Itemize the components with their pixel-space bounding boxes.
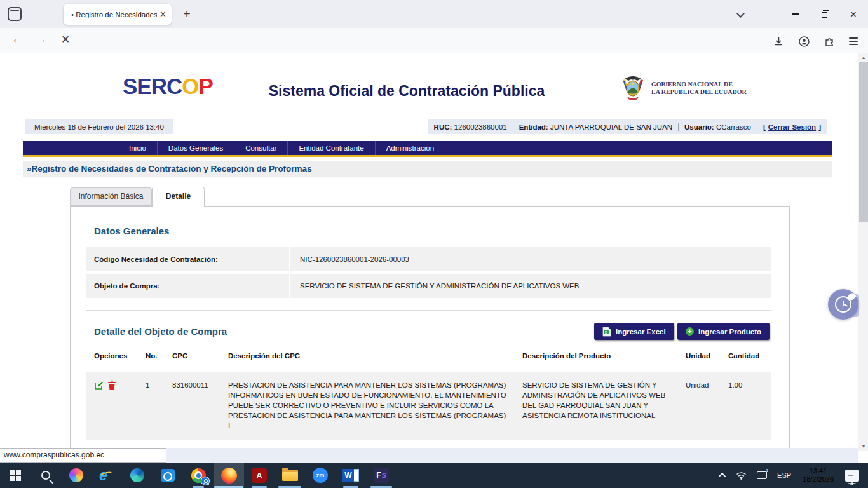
scroll-up-arrow[interactable]: ▴ bbox=[858, 53, 868, 62]
col-unidad: Unidad bbox=[686, 352, 728, 360]
page-scrollbar[interactable]: ▴ ▾ bbox=[858, 53, 868, 451]
fes-app-icon: FS bbox=[374, 468, 389, 483]
screen: • Registro de Necesidades de Co ✕ + × ← … bbox=[0, 0, 868, 488]
word-icon: W bbox=[342, 468, 359, 482]
internet-explorer-app[interactable]: e bbox=[92, 463, 122, 488]
ecuador-coat-of-arms-icon bbox=[620, 74, 646, 103]
detalle-objeto-heading: Detalle del Objeto de Compra bbox=[94, 326, 227, 337]
browser-tab[interactable]: • Registro de Necesidades de Co ✕ bbox=[64, 4, 172, 25]
acrobat-icon: A bbox=[252, 468, 267, 483]
link-preview: www.compraspublicas.gob.ec bbox=[0, 448, 166, 463]
section-divider bbox=[86, 310, 771, 311]
outlook-app[interactable] bbox=[153, 463, 183, 488]
objeto-compra-value: SERVICIO DE SISTEMA DE GESTIÓN Y ADMINIS… bbox=[290, 274, 771, 298]
codigo-necesidad-label: Código Necesidad de Contratación: bbox=[86, 247, 289, 271]
sercop-logo: SERCOP bbox=[123, 74, 213, 99]
col-descripcion-cpc: Descripción del CPC bbox=[228, 352, 522, 360]
logout-link[interactable]: Cerrar Sesión bbox=[768, 123, 816, 131]
session-timer-widget[interactable] bbox=[828, 289, 858, 320]
action-center-button[interactable]: 4 bbox=[840, 463, 868, 488]
chrome-app[interactable] bbox=[183, 463, 214, 488]
col-cantidad: Cantidad bbox=[728, 352, 765, 360]
tab-close-icon[interactable]: ✕ bbox=[159, 10, 166, 19]
nav-item-inicio[interactable]: Inicio bbox=[118, 141, 158, 155]
tab-informacion-basica[interactable]: Información Básica bbox=[70, 187, 152, 206]
new-tab-button[interactable]: + bbox=[178, 5, 196, 23]
ingresar-excel-button[interactable]: Ingresar Excel bbox=[594, 323, 674, 340]
chrome-profile-badge bbox=[201, 477, 210, 485]
zoom-app[interactable]: zm bbox=[305, 463, 336, 488]
gov-line1: GOBIERNO NACIONAL DE bbox=[651, 81, 747, 88]
edge-app[interactable] bbox=[122, 463, 153, 488]
windows-taskbar: e A zm W FS ESP 13:41 18/2/2026 4 bbox=[0, 463, 868, 488]
main-nav: Inicio Datos Generales Consultar Entidad… bbox=[23, 141, 832, 155]
government-logo: GOBIERNO NACIONAL DE LA REPUBLICA DEL EC… bbox=[620, 74, 747, 103]
nav-item-entidad-contratante[interactable]: Entidad Contratante bbox=[288, 141, 375, 155]
datos-generales-heading: Datos Generales bbox=[94, 226, 169, 236]
table-header-row: Opciones No. CPC Descripción del CPC Des… bbox=[94, 352, 765, 360]
gov-line2: LA REPUBLICA DEL ECUADOR bbox=[651, 88, 747, 96]
clock-date: 18/2/2026 bbox=[803, 475, 834, 484]
downloads-icon[interactable] bbox=[770, 34, 787, 48]
excel-file-icon bbox=[602, 327, 611, 337]
status-band: www.compraspublicas.gob.ec bbox=[0, 448, 858, 463]
restore-button[interactable] bbox=[810, 0, 839, 28]
forward-button[interactable]: → bbox=[33, 33, 50, 48]
outlook-icon bbox=[161, 469, 175, 482]
close-button[interactable]: × bbox=[839, 0, 868, 28]
copilot-icon bbox=[69, 468, 83, 482]
notification-badge: 4 bbox=[848, 483, 856, 484]
cell-cantidad: 1.00 bbox=[728, 380, 765, 431]
ingresar-producto-button[interactable]: + Ingresar Producto bbox=[677, 323, 770, 340]
tab-list-chevron-icon[interactable] bbox=[732, 8, 750, 20]
copilot-app[interactable] bbox=[61, 463, 92, 488]
date-banner: Miércoles 18 de Febrero del 2026 13:40 bbox=[25, 119, 173, 134]
firefox-view-icon[interactable] bbox=[8, 7, 22, 21]
system-tray: ESP 13:41 18/2/2026 4 bbox=[715, 463, 868, 488]
firefox-app[interactable] bbox=[214, 463, 244, 488]
scrollbar-thumb[interactable] bbox=[859, 62, 868, 222]
table-row: Código Necesidad de Contratación: NIC-12… bbox=[86, 247, 771, 271]
menu-icon[interactable] bbox=[845, 34, 862, 48]
detail-panel: Datos Generales Código Necesidad de Cont… bbox=[70, 206, 790, 449]
browser-toolbar: ← → ✕ www.compraspublicas.gob.ec/Proceso… bbox=[0, 28, 868, 53]
taskbar-clock[interactable]: 13:41 18/2/2026 bbox=[796, 467, 840, 484]
page-title: »Registro de Necesidades de Contratación… bbox=[23, 161, 832, 177]
nav-item-consultar[interactable]: Consultar bbox=[234, 141, 288, 155]
minimize-button[interactable] bbox=[780, 0, 810, 28]
word-app[interactable]: W bbox=[336, 463, 366, 488]
folder-icon bbox=[282, 470, 298, 481]
wifi-icon[interactable] bbox=[731, 463, 752, 488]
tray-display-icon[interactable] bbox=[752, 463, 772, 488]
tray-chevron-up-icon[interactable] bbox=[715, 463, 731, 488]
delete-icon[interactable] bbox=[107, 380, 116, 393]
cell-descripcion-cpc: PRESTACION DE ASISTENCIA PARA MANTENER L… bbox=[228, 380, 522, 431]
windows-logo-icon bbox=[10, 470, 21, 481]
tab-title: • Registro de Necesidades de Co bbox=[71, 11, 157, 18]
edit-icon[interactable] bbox=[94, 380, 104, 393]
back-button[interactable]: ← bbox=[9, 33, 25, 48]
scroll-down-arrow[interactable]: ▾ bbox=[858, 442, 868, 451]
nav-item-administracion[interactable]: Administración bbox=[376, 141, 445, 155]
acrobat-app[interactable]: A bbox=[244, 463, 275, 488]
extensions-icon[interactable] bbox=[821, 34, 837, 48]
zoom-icon: zm bbox=[313, 468, 328, 483]
stop-button[interactable]: ✕ bbox=[57, 33, 74, 48]
tab-detalle[interactable]: Detalle bbox=[152, 187, 205, 207]
cell-no: 1 bbox=[146, 380, 172, 431]
file-explorer-app[interactable] bbox=[275, 463, 305, 488]
cell-descripcion-producto: SERVICIO DE SISTEMA DE GESTIÓN Y ADMINIS… bbox=[522, 380, 686, 431]
table-row: Objeto de Compra: SERVICIO DE SISTEMA DE… bbox=[86, 274, 771, 298]
datos-generales-table: Código Necesidad de Contratación: NIC-12… bbox=[86, 247, 771, 301]
start-button[interactable] bbox=[0, 463, 31, 488]
browser-tab-bar: • Registro de Necesidades de Co ✕ + × bbox=[0, 0, 868, 28]
firefox-icon bbox=[221, 468, 237, 484]
account-icon[interactable] bbox=[796, 34, 812, 48]
col-no: No. bbox=[146, 352, 172, 360]
gold-divider bbox=[23, 155, 832, 157]
fes-app[interactable]: FS bbox=[366, 463, 397, 488]
language-indicator[interactable]: ESP bbox=[772, 463, 796, 488]
col-descripcion-producto: Descripción del Producto bbox=[522, 352, 686, 360]
search-button[interactable] bbox=[31, 463, 61, 488]
nav-item-datos-generales[interactable]: Datos Generales bbox=[158, 141, 234, 155]
